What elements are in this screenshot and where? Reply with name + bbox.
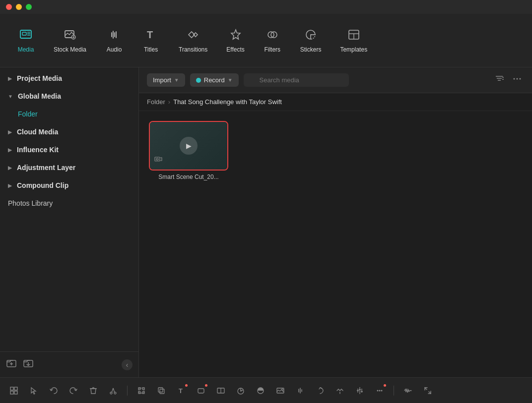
svg-rect-40: [139, 388, 144, 393]
delete-tool[interactable]: [85, 383, 101, 399]
undo-tool[interactable]: [46, 383, 62, 399]
search-input[interactable]: [244, 73, 349, 87]
svg-rect-33: [14, 391, 17, 394]
influence-kit-arrow: ▶: [8, 147, 12, 153]
audio-edit-tool[interactable]: [292, 383, 308, 399]
templates-label: Templates: [340, 46, 367, 53]
stabilize-tool[interactable]: [332, 383, 348, 399]
project-media-arrow: ▶: [8, 76, 12, 81]
toolbar-media[interactable]: Media: [10, 24, 42, 57]
influence-kit-label: Influence Kit: [17, 146, 59, 154]
color-tool[interactable]: [253, 383, 268, 399]
media-grid: ▶ Smart Scene Cut_20...: [139, 111, 532, 377]
filter-icon[interactable]: [492, 72, 506, 88]
svg-point-54: [282, 389, 283, 390]
templates-icon: [347, 28, 360, 43]
toolbar-filters[interactable]: Filters: [257, 24, 288, 57]
top-toolbar: Media Stock Media Audio T: [0, 14, 532, 67]
compound-clip-arrow: ▶: [8, 183, 12, 188]
toolbar-titles[interactable]: T Titles: [135, 24, 167, 57]
sidebar-item-global-media[interactable]: ▼ Global Media: [0, 87, 138, 105]
media-item-smart-scene-cut[interactable]: ▶ Smart Scene Cut_20...: [149, 121, 228, 180]
stock-media-label: Stock Media: [54, 46, 86, 53]
svg-point-37: [114, 392, 116, 394]
breadcrumb-folder[interactable]: Folder: [147, 98, 165, 106]
separator-2: [394, 386, 394, 396]
text-tool[interactable]: T: [173, 383, 189, 399]
svg-point-63: [379, 390, 381, 391]
transform-tool[interactable]: [133, 383, 149, 399]
waveform-tool[interactable]: [400, 383, 416, 399]
close-button[interactable]: [6, 4, 12, 10]
svg-point-25: [514, 78, 515, 80]
new-folder-icon[interactable]: [6, 358, 17, 371]
more-options-icon[interactable]: [510, 72, 524, 88]
svg-rect-48: [198, 389, 204, 393]
sidebar-item-photos-library[interactable]: Photos Library: [0, 194, 138, 212]
sidebar-bottom: ‹: [0, 351, 138, 377]
select-tool[interactable]: [6, 383, 22, 399]
transitions-icon: [187, 28, 200, 43]
filters-icon: [266, 28, 279, 43]
stickers-label: Stickers: [300, 46, 322, 53]
image-tool[interactable]: [272, 383, 288, 399]
shape-tool[interactable]: [193, 383, 209, 399]
toolbar-effects[interactable]: Effects: [219, 24, 251, 57]
content-toolbar: Import ▼ Record ▼ 🔍: [139, 67, 532, 93]
main-area: ▶ Project Media ▼ Global Media Folder ▶ …: [0, 67, 532, 377]
record-label: Record: [204, 76, 225, 84]
content-panel: Import ▼ Record ▼ 🔍: [139, 67, 532, 377]
redo-tool[interactable]: [66, 383, 81, 399]
maximize-button[interactable]: [26, 4, 32, 10]
global-media-arrow: ▼: [8, 94, 13, 99]
minimize-button[interactable]: [16, 4, 22, 10]
bottom-toolbar: T: [0, 377, 532, 403]
sidebar-item-project-media[interactable]: ▶ Project Media: [0, 69, 138, 87]
svg-marker-10: [231, 30, 240, 39]
toolbar-stock-media[interactable]: Stock Media: [47, 24, 93, 57]
play-icon: ▶: [180, 137, 198, 155]
sidebar-item-influence-kit[interactable]: ▶ Influence Kit: [0, 141, 138, 159]
import-label: Import: [153, 76, 171, 84]
expand-tool[interactable]: [420, 383, 436, 399]
adjustment-tool[interactable]: [352, 383, 368, 399]
toolbar-transitions[interactable]: Transitions: [172, 24, 214, 57]
titles-icon: T: [144, 28, 157, 43]
speed-tool[interactable]: [233, 383, 249, 399]
record-dot-icon: [196, 78, 201, 83]
separator-1: [127, 386, 128, 396]
adjustment-layer-arrow: ▶: [8, 165, 12, 171]
duplicate-tool[interactable]: [153, 383, 169, 399]
pointer-tool[interactable]: [26, 383, 42, 399]
svg-point-27: [520, 78, 521, 80]
svg-line-38: [112, 388, 113, 392]
more-tool[interactable]: [372, 383, 388, 399]
sidebar-item-compound-clip[interactable]: ▶ Compound Clip: [0, 176, 138, 194]
toolbar-actions: [492, 72, 524, 88]
media-item-label: Smart Scene Cut_20...: [149, 173, 228, 180]
timeline-tool[interactable]: [213, 383, 229, 399]
import-folder-icon[interactable]: [23, 358, 34, 371]
smart-cut-icon: [154, 155, 163, 166]
svg-point-36: [110, 392, 112, 394]
record-button[interactable]: Record ▼: [190, 73, 239, 87]
project-media-label: Project Media: [17, 74, 62, 82]
motion-tool[interactable]: [312, 383, 328, 399]
toolbar-stickers[interactable]: Stickers: [293, 24, 329, 57]
svg-rect-32: [10, 391, 13, 394]
collapse-icon: ‹: [126, 361, 129, 369]
cut-tool[interactable]: [105, 383, 121, 399]
breadcrumb-separator: ›: [168, 98, 170, 106]
sidebar-collapse-button[interactable]: ‹: [122, 359, 133, 370]
compound-clip-label: Compound Clip: [17, 181, 68, 189]
svg-point-29: [156, 158, 158, 160]
cloud-media-arrow: ▶: [8, 129, 12, 135]
titles-label: Titles: [144, 46, 158, 53]
sidebar-item-adjustment-layer[interactable]: ▶ Adjustment Layer: [0, 159, 138, 176]
sidebar-item-folder[interactable]: Folder: [0, 105, 138, 123]
sidebar-item-cloud-media[interactable]: ▶ Cloud Media: [0, 123, 138, 141]
audio-label: Audio: [107, 46, 122, 53]
toolbar-audio[interactable]: Audio: [98, 24, 130, 57]
import-button[interactable]: Import ▼: [147, 73, 185, 87]
toolbar-templates[interactable]: Templates: [333, 24, 374, 57]
